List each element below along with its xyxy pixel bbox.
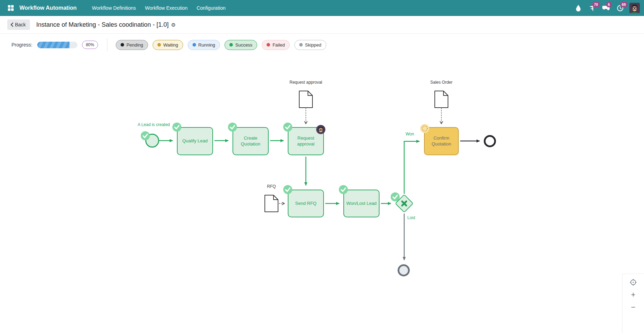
document-sales-order[interactable] (434, 91, 448, 109)
success-check-icon (391, 192, 400, 201)
top-navbar: Workflow Automation Workflow Definitions… (0, 0, 644, 16)
status-legend: Pending Waiting Running Success Failed S… (116, 40, 326, 50)
legend-label: Pending (127, 42, 143, 48)
page-title: Instance of Marketing - Sales coodinatio… (36, 21, 176, 28)
success-dot-icon (229, 43, 233, 47)
navbar-right: 70 6 69 (574, 3, 644, 13)
document-request-approval[interactable] (299, 91, 313, 109)
messages-badge: 6 (606, 2, 612, 7)
menu-configuration[interactable]: Configuration (193, 2, 229, 14)
chevron-left-icon (10, 23, 13, 27)
apps-grid-icon[interactable] (5, 2, 17, 14)
progress-label: Progress: (11, 42, 32, 48)
task-label: Create Quotation (235, 135, 266, 147)
clock-badge: 69 (620, 2, 628, 7)
legend-pending[interactable]: Pending (116, 40, 148, 50)
pending-dot-icon (121, 43, 124, 47)
skipped-dot-icon (299, 43, 303, 47)
user-avatar[interactable] (629, 3, 640, 13)
clock-icon[interactable]: 69 (616, 3, 625, 13)
activities-badge: 70 (592, 2, 600, 7)
document-rfq[interactable] (264, 195, 278, 214)
success-check-icon (339, 185, 348, 194)
menu-workflow-execution[interactable]: Workflow Execution (141, 2, 191, 14)
task-label: Qualify Lead (182, 138, 208, 144)
divider (107, 38, 107, 51)
won-edge-label: Won (406, 132, 414, 136)
legend-success[interactable]: Success (225, 40, 257, 50)
legend-running[interactable]: Running (188, 40, 220, 50)
progress-bar-fill (37, 42, 70, 48)
messages-icon[interactable]: 6 (602, 3, 611, 13)
waiting-spinner-icon (420, 124, 429, 133)
task-create-quotation[interactable]: Create Quotation (233, 127, 269, 155)
task-label: Send RFQ (295, 201, 316, 206)
progress-bar (37, 42, 78, 48)
activities-icon[interactable]: 70 (588, 3, 597, 13)
reset-view-button[interactable] (628, 277, 638, 287)
app-title[interactable]: Workflow Automation (19, 5, 76, 11)
gear-icon[interactable]: ⚙ (171, 22, 176, 27)
end-event-lost[interactable] (398, 264, 410, 276)
doc-label-sales-order: Sales Order (430, 80, 453, 85)
task-won-lost-lead[interactable]: Won/Lost Lead (343, 190, 380, 217)
menu-workflow-definitions[interactable]: Workflow Definitions (88, 2, 139, 14)
success-check-icon (283, 123, 292, 132)
gateway-x-icon (400, 199, 409, 208)
task-qualify-lead[interactable]: Qualify Lead (177, 127, 213, 155)
success-check-icon (283, 185, 292, 194)
lost-edge-label: Lost (407, 215, 415, 220)
progress-percent-badge: 80% (82, 41, 98, 49)
legend-label: Skipped (305, 42, 321, 48)
control-bar: Back Instance of Marketing - Sales coodi… (0, 16, 644, 34)
success-check-icon (141, 131, 150, 140)
waiting-dot-icon (157, 43, 161, 47)
doc-label-rfq: RFQ (267, 184, 276, 189)
success-check-icon (172, 123, 181, 132)
navbar-left: Workflow Automation Workflow Definitions… (0, 2, 229, 14)
doc-label-request-approval: Request approval (290, 80, 322, 85)
back-button[interactable]: Back (7, 19, 30, 30)
task-label: Request approval (290, 135, 321, 147)
legend-label: Failed (272, 42, 285, 48)
task-label: Confirm Quotation (426, 135, 456, 147)
success-check-icon (228, 123, 237, 132)
task-label: Won/Lost Lead (346, 201, 376, 206)
legend-label: Waiting (163, 42, 178, 48)
legend-waiting[interactable]: Waiting (153, 40, 183, 50)
start-event-label: A Lead is created (138, 122, 170, 127)
zoom-in-button[interactable]: + (628, 290, 638, 300)
crosshair-icon (630, 279, 637, 286)
instance-title-text: Instance of Marketing - Sales coodinatio… (36, 21, 169, 28)
droplet-icon[interactable] (574, 3, 583, 13)
legend-failed[interactable]: Failed (262, 40, 290, 50)
workflow-canvas[interactable]: A Lead is created Won Lost Request appro… (0, 56, 644, 333)
failed-dot-icon (267, 43, 270, 47)
progress-row: Progress: 80% Pending Waiting Running Su… (0, 34, 644, 56)
back-label: Back (15, 22, 26, 27)
legend-label: Success (235, 42, 252, 48)
zoom-controls-panel: + − (622, 274, 644, 333)
running-dot-icon (193, 43, 196, 47)
assignee-avatar[interactable] (316, 125, 325, 134)
legend-skipped[interactable]: Skipped (294, 40, 326, 50)
zoom-out-button[interactable]: − (628, 302, 638, 312)
task-confirm-quotation[interactable]: Confirm Quotation (424, 127, 459, 155)
task-send-rfq[interactable]: Send RFQ (288, 190, 324, 217)
main-menu: Workflow Definitions Workflow Execution … (88, 2, 229, 14)
legend-label: Running (198, 42, 215, 48)
end-event[interactable] (484, 135, 496, 147)
